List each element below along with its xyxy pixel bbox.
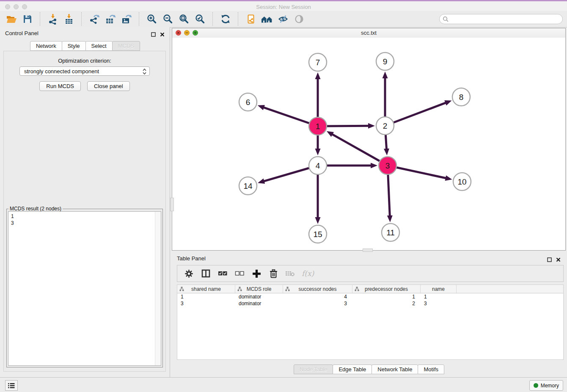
select-spinner-icon (143, 68, 146, 78)
column-header-name[interactable]: name (421, 285, 457, 293)
search-box[interactable] (439, 14, 563, 24)
panel-splitter-horizontal[interactable] (363, 248, 373, 252)
node-table[interactable]: shared nameMCDS rolesuccessor nodesprede… (177, 284, 564, 360)
tab-network[interactable]: Network (30, 41, 62, 51)
export-image-icon[interactable] (118, 12, 135, 26)
search-input[interactable] (439, 14, 563, 24)
column-header-successor-nodes[interactable]: successor nodes (283, 285, 352, 293)
network-view-window: scc.txt 7968124314101511 (172, 28, 566, 251)
graph-node-label: 11 (386, 228, 395, 237)
tab-node-table[interactable]: Node Table (294, 364, 333, 374)
memory-status-icon (534, 383, 538, 388)
table-cell: 1 (177, 293, 235, 300)
zoom-out-icon[interactable] (160, 12, 176, 26)
graph-edge-3-1[interactable] (332, 134, 388, 166)
graph-node-label: 3 (385, 161, 390, 170)
hide-selected-icon[interactable] (275, 12, 291, 26)
zoom-fit-icon[interactable] (176, 12, 192, 26)
edge-arrowhead (445, 175, 452, 181)
network-window-titlebar[interactable]: scc.txt (172, 28, 565, 38)
open-session-icon[interactable] (3, 12, 19, 26)
graph-node-label: 15 (313, 230, 322, 239)
tab-motifs[interactable]: Motifs (418, 364, 444, 374)
tab-select[interactable]: Select (85, 41, 113, 51)
column-header-predecessor-nodes[interactable]: predecessor nodes (352, 285, 421, 293)
first-neighbors-icon[interactable] (259, 12, 275, 26)
table-cell: 3 (177, 300, 235, 307)
import-network-icon[interactable] (45, 12, 61, 26)
graph-node-label: 8 (459, 93, 464, 102)
table-cell: dominator (235, 300, 283, 307)
edge-arrowhead (315, 149, 321, 155)
edge-arrowhead (315, 217, 321, 224)
clone-network-icon[interactable] (243, 12, 259, 26)
control-panel: Control Panel NetworkStyleSelectMCDS Opt… (0, 27, 170, 377)
graph-node-label: 2 (383, 121, 388, 130)
task-history-button[interactable] (5, 380, 18, 391)
mcds-result-text: 1 3 (8, 212, 161, 228)
mcds-result-box: MCDS result (2 nodes) 1 3 (6, 209, 163, 367)
add-column-icon[interactable] (251, 268, 262, 279)
tab-mcds[interactable]: MCDS (112, 41, 140, 51)
graph-node-label: 4 (316, 161, 320, 170)
criterion-selected-value: strongly connected component (24, 68, 99, 75)
network-graph[interactable]: 7968124314101511 (172, 38, 565, 250)
app-title: Session: New Session (0, 4, 567, 10)
column-header-MCDS-role[interactable]: MCDS role (235, 285, 283, 293)
run-mcds-button[interactable]: Run MCDS (39, 81, 81, 91)
float-panel-icon[interactable] (151, 31, 156, 39)
deselect-all-icon[interactable] (234, 268, 245, 279)
table-cell: 4 (283, 293, 352, 300)
memory-button[interactable]: Memory (529, 380, 563, 391)
zoom-in-icon[interactable] (144, 12, 160, 26)
delete-column-icon[interactable] (268, 268, 279, 279)
table-settings-icon[interactable] (183, 268, 194, 279)
table-cell: 1 (352, 293, 421, 300)
show-hidden-icon[interactable] (291, 12, 307, 26)
control-panel-title: Control Panel (5, 30, 39, 36)
graph-node-label: 6 (246, 98, 250, 107)
edge-arrowhead (387, 215, 393, 222)
mcds-result-title: MCDS result (2 nodes) (8, 206, 63, 212)
tab-edge-table[interactable]: Edge Table (333, 364, 372, 374)
edge-arrowhead (368, 123, 375, 129)
float-table-panel-icon[interactable] (547, 256, 552, 264)
zoom-selected-icon[interactable] (192, 12, 208, 26)
tab-style[interactable]: Style (62, 41, 86, 51)
graph-node-label: 7 (316, 58, 320, 67)
network-canvas[interactable]: 7968124314101511 (172, 38, 565, 250)
select-all-icon[interactable] (217, 268, 228, 279)
close-panel-button[interactable]: Close panel (87, 81, 130, 91)
graph-edge-2-8[interactable] (385, 102, 446, 126)
save-session-icon[interactable] (19, 12, 36, 26)
column-header-shared-name[interactable]: shared name (177, 285, 235, 293)
table-cell: 3 (283, 300, 352, 307)
mcds-panel: Optimization criterion: strongly connect… (3, 51, 166, 372)
table-row[interactable]: 1dominator411 (177, 293, 563, 300)
table-panel-title: Table Panel (177, 255, 206, 262)
edge-arrowhead (315, 72, 321, 79)
edge-arrowhead (371, 163, 377, 168)
graph-node-label: 9 (383, 57, 388, 66)
column-panel-icon[interactable] (200, 268, 211, 279)
export-table-icon[interactable] (102, 12, 118, 26)
close-table-panel-icon[interactable] (556, 256, 561, 264)
import-table-icon[interactable] (61, 12, 77, 26)
export-network-icon[interactable] (86, 12, 102, 26)
toolbar-separator (238, 12, 239, 26)
table-row[interactable]: 3dominator323 (177, 300, 563, 307)
table-toolbar: f(x) (177, 265, 564, 282)
close-panel-icon[interactable] (160, 31, 165, 39)
table-body: 1dominator4113dominator323 (177, 293, 563, 307)
panel-splitter-vertical[interactable] (170, 198, 174, 211)
edge-arrowhead (444, 100, 451, 105)
criterion-select[interactable]: strongly connected component (19, 66, 150, 76)
tab-network-table[interactable]: Network Table (372, 364, 418, 374)
refresh-icon[interactable] (217, 12, 234, 26)
graph-node-label: 1 (316, 122, 320, 131)
graph-node-label: 10 (457, 177, 466, 186)
table-cell: 2 (352, 300, 421, 307)
graph-node-label: 14 (243, 182, 253, 190)
result-scrollbar[interactable] (155, 212, 161, 365)
delete-table-icon-disabled (285, 268, 296, 279)
